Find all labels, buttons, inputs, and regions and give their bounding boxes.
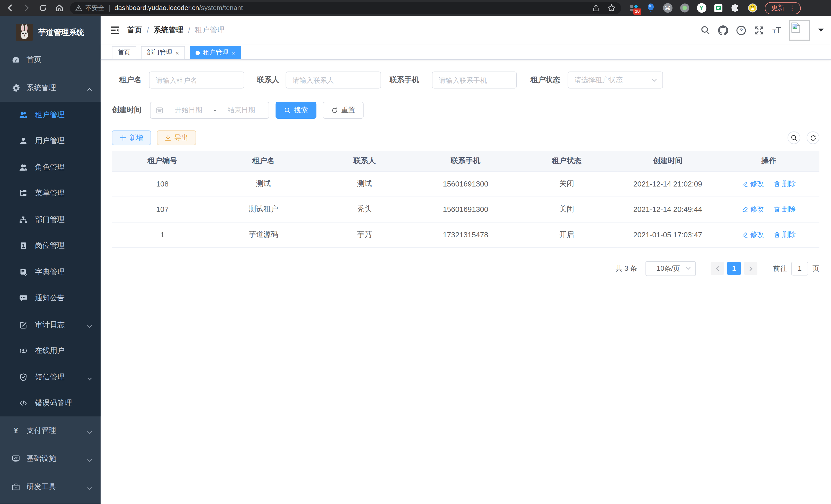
avatar[interactable] (789, 20, 810, 40)
extension-grid-icon[interactable]: 10 (629, 3, 638, 13)
sidebar-item-audit-log[interactable]: 审计日志 (0, 312, 101, 338)
address-bar[interactable]: 不安全 dashboard.yudao.iocoder.cn/system/te… (70, 2, 621, 14)
edit-link[interactable]: 修改 (742, 179, 764, 188)
breadcrumb-current: 租户管理 (195, 25, 225, 35)
sidebar-item-notice[interactable]: 通知公告 (0, 286, 101, 312)
chat-bubble-icon (19, 294, 28, 303)
sidebar-item-user[interactable]: 用户管理 (0, 128, 101, 154)
cell-contact: 测试 (314, 171, 415, 197)
sidebar-item-label: 字典管理 (35, 267, 65, 277)
sidebar-item-payment[interactable]: ¥ 支付管理 (0, 416, 101, 444)
monitor-icon (11, 454, 20, 463)
reset-button[interactable]: 重置 (323, 102, 364, 119)
create-time-label: 创建时间 (112, 105, 142, 115)
contact-input[interactable] (286, 71, 381, 88)
page-size-select[interactable]: 10条/页 (646, 261, 696, 276)
bookmark-star-icon[interactable] (607, 3, 616, 12)
chevron-right-icon (748, 266, 753, 271)
extension-chat-icon[interactable] (713, 3, 723, 13)
extension-y-icon[interactable]: Y (696, 3, 706, 13)
cell-status: 关闭 (516, 171, 617, 197)
phone-input[interactable] (432, 71, 517, 88)
edit-link[interactable]: 修改 (742, 205, 764, 214)
sidebar-item-infrastructure[interactable]: 基础设施 (0, 444, 101, 472)
browser-forward-icon[interactable] (22, 3, 31, 12)
chevron-down-icon (87, 322, 92, 327)
fullscreen-icon[interactable] (754, 25, 765, 35)
extensions-puzzle-icon[interactable] (730, 3, 740, 13)
tag-tenant-active[interactable]: 租户管理 × (190, 46, 241, 59)
sidebar-item-menu[interactable]: 菜单管理 (0, 180, 101, 207)
sidebar-item-dev-tools[interactable]: 研发工具 (0, 473, 101, 501)
refresh-table-button[interactable] (807, 131, 820, 144)
extension-badge: 10 (633, 8, 641, 14)
cell-name: 测试 (213, 171, 314, 197)
sidebar-item-label: 研发工具 (26, 482, 56, 492)
status-select[interactable]: 请选择租户状态 (568, 71, 663, 88)
org-chart-icon (19, 215, 28, 224)
trash-icon (773, 232, 780, 238)
sidebar-toggle-icon[interactable] (110, 25, 120, 35)
browser-toolbar: 不安全 dashboard.yudao.iocoder.cn/system/te… (0, 0, 831, 16)
table-row: 107 测试租户 秃头 15601691300 关闭 2021-12-14 20… (112, 197, 819, 222)
next-page-button[interactable] (744, 262, 757, 275)
breadcrumb-home[interactable]: 首页 (127, 25, 142, 35)
page-number-current[interactable]: 1 (727, 262, 741, 275)
sidebar-item-role[interactable]: 角色管理 (0, 154, 101, 180)
close-icon[interactable]: × (231, 50, 235, 56)
app-logo[interactable]: 芋道管理系统 (0, 16, 101, 46)
sidebar-item-error-code[interactable]: 错误码管理 (0, 390, 101, 416)
github-icon[interactable] (718, 25, 728, 35)
sidebar-item-home[interactable]: 首页 (0, 46, 101, 73)
security-label[interactable]: 不安全 (85, 3, 104, 12)
delete-link[interactable]: 删除 (773, 179, 796, 188)
avatar-caret-icon[interactable] (819, 29, 824, 32)
tree-list-icon (19, 189, 28, 198)
extension-balloon-icon[interactable] (646, 3, 656, 13)
col-tenant-id: 租户编号 (112, 151, 213, 171)
delete-link[interactable]: 删除 (773, 230, 796, 239)
hide-search-button[interactable] (787, 131, 800, 144)
font-size-icon[interactable]: TT (772, 26, 781, 34)
breadcrumb-section[interactable]: 系统管理 (154, 25, 183, 35)
browser-menu-icon[interactable]: ⋮ (789, 5, 796, 11)
chrome-update-button[interactable]: 更新 ⋮ (765, 2, 801, 14)
extension-command-icon[interactable]: ⌘ (662, 3, 672, 13)
extension-emoji-icon[interactable] (747, 3, 757, 13)
trash-icon (773, 181, 780, 187)
sidebar-item-sms[interactable]: 短信管理 (0, 364, 101, 390)
sidebar-item-dept[interactable]: 部门管理 (0, 207, 101, 233)
sidebar-item-tenant[interactable]: 租户管理 (0, 102, 101, 128)
close-icon[interactable]: × (175, 50, 179, 56)
export-button[interactable]: 导出 (157, 130, 196, 145)
search-button[interactable]: 搜索 (276, 102, 317, 119)
tags-view: 首页 部门管理 × 租户管理 × (101, 45, 831, 60)
delete-link[interactable]: 删除 (773, 205, 796, 214)
add-button[interactable]: 新增 (112, 130, 151, 145)
tenant-name-input[interactable] (149, 71, 245, 88)
help-icon[interactable]: ? (737, 25, 746, 35)
sidebar-item-post[interactable]: 岗位管理 (0, 233, 101, 259)
browser-back-icon[interactable] (5, 3, 15, 12)
table-row: 1 芋道源码 芋艿 17321315478 开启 2021-01-05 17:0… (112, 222, 819, 247)
header-search-icon[interactable] (700, 25, 711, 35)
browser-reload-icon[interactable] (38, 3, 47, 12)
browser-home-icon[interactable] (55, 3, 63, 12)
chevron-left-icon (715, 266, 720, 271)
sidebar-item-online-users[interactable]: 在线用户 (0, 338, 101, 364)
tag-home[interactable]: 首页 (112, 46, 136, 59)
prev-page-button[interactable] (711, 262, 724, 275)
system-submenu: 租户管理 用户管理 角色管理 (0, 102, 101, 416)
date-range-picker[interactable]: 开始日期 - 结束日期 (150, 102, 269, 119)
chevron-down-icon (87, 456, 92, 462)
tag-dept[interactable]: 部门管理 × (141, 46, 185, 59)
page-unit-label: 页 (812, 264, 820, 273)
extension-dot-icon[interactable] (679, 3, 689, 13)
svg-text:?: ? (740, 27, 743, 33)
sidebar-item-dict[interactable]: 字典管理 (0, 259, 101, 286)
goto-page-input[interactable] (791, 262, 808, 275)
share-icon[interactable] (592, 3, 601, 12)
sidebar-item-system[interactable]: 系统管理 (0, 74, 101, 102)
cell-phone: 15601691300 (415, 171, 516, 197)
edit-link[interactable]: 修改 (742, 230, 764, 239)
